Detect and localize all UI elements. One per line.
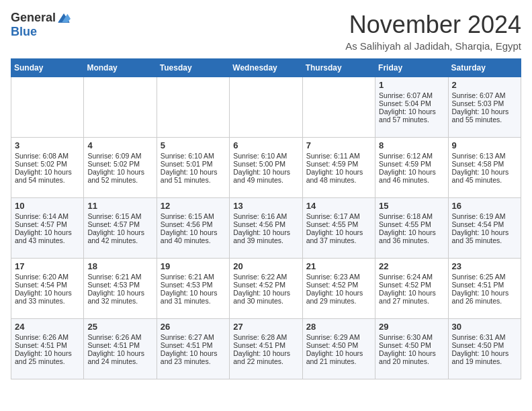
day-info: Sunset: 4:51 PM	[233, 341, 298, 349]
calendar-cell: 28Sunrise: 6:29 AMSunset: 4:50 PMDayligh…	[302, 319, 375, 379]
calendar-cell: 13Sunrise: 6:16 AMSunset: 4:56 PMDayligh…	[230, 198, 302, 259]
day-number: 29	[379, 322, 444, 332]
day-info: Sunrise: 6:13 AM	[452, 152, 517, 160]
day-info: Sunrise: 6:16 AM	[233, 212, 298, 220]
day-info: Sunrise: 6:22 AM	[233, 273, 298, 281]
day-number: 14	[306, 201, 371, 211]
day-info: Sunset: 4:56 PM	[161, 220, 226, 228]
day-info: Daylight: 10 hours and 46 minutes.	[379, 168, 444, 184]
calendar-cell: 1Sunrise: 6:07 AMSunset: 5:04 PMDaylight…	[375, 77, 448, 138]
day-number: 12	[161, 201, 226, 211]
calendar-cell: 22Sunrise: 6:24 AMSunset: 4:52 PMDayligh…	[375, 259, 448, 319]
day-info: Sunset: 4:51 PM	[15, 341, 80, 349]
day-info: Sunrise: 6:20 AM	[15, 273, 80, 281]
calendar-cell: 27Sunrise: 6:28 AMSunset: 4:51 PMDayligh…	[230, 319, 302, 379]
day-info: Daylight: 10 hours and 31 minutes.	[161, 289, 226, 305]
day-number: 8	[379, 140, 444, 150]
day-info: Sunrise: 6:07 AM	[379, 91, 444, 99]
day-number: 25	[87, 322, 152, 332]
calendar-cell	[230, 77, 302, 138]
day-number: 19	[161, 261, 226, 271]
calendar-body: 1Sunrise: 6:07 AMSunset: 5:04 PMDaylight…	[11, 77, 521, 379]
day-info: Daylight: 10 hours and 40 minutes.	[161, 228, 226, 244]
title-block: November 2024 As Salihiyah al Jadidah, S…	[345, 11, 521, 52]
day-info: Sunset: 4:56 PM	[233, 220, 298, 228]
day-info: Sunrise: 6:15 AM	[161, 212, 226, 220]
day-info: Sunrise: 6:07 AM	[452, 91, 517, 99]
day-number: 21	[306, 261, 371, 271]
day-number: 20	[233, 261, 298, 271]
calendar-cell: 5Sunrise: 6:10 AMSunset: 5:01 PMDaylight…	[157, 138, 229, 198]
day-number: 22	[379, 261, 444, 271]
day-info: Sunrise: 6:14 AM	[15, 212, 80, 220]
calendar-cell	[302, 77, 375, 138]
calendar-header-row: SundayMondayTuesdayWednesdayThursdayFrid…	[11, 59, 521, 77]
calendar-cell: 19Sunrise: 6:21 AMSunset: 4:53 PMDayligh…	[157, 259, 229, 319]
day-number: 30	[452, 322, 517, 332]
page-header: General Blue November 2024 As Salihiyah …	[11, 11, 521, 52]
day-info: Sunrise: 6:10 AM	[161, 152, 226, 160]
day-header: Saturday	[448, 59, 521, 77]
calendar-cell: 10Sunrise: 6:14 AMSunset: 4:57 PMDayligh…	[11, 198, 84, 259]
calendar-cell: 16Sunrise: 6:19 AMSunset: 4:54 PMDayligh…	[448, 198, 521, 259]
day-info: Daylight: 10 hours and 48 minutes.	[306, 168, 371, 184]
day-number: 15	[379, 201, 444, 211]
day-info: Sunrise: 6:15 AM	[87, 212, 152, 220]
day-info: Sunrise: 6:11 AM	[306, 152, 371, 160]
day-info: Sunset: 4:52 PM	[233, 281, 298, 289]
calendar-cell	[157, 77, 229, 138]
day-info: Sunrise: 6:29 AM	[306, 333, 371, 341]
day-number: 26	[161, 322, 226, 332]
day-number: 7	[306, 140, 371, 150]
day-header: Monday	[84, 59, 157, 77]
day-info: Sunrise: 6:17 AM	[306, 212, 371, 220]
day-number: 9	[452, 140, 517, 150]
day-header: Wednesday	[230, 59, 302, 77]
day-info: Sunset: 4:50 PM	[452, 341, 517, 349]
day-info: Sunrise: 6:12 AM	[379, 152, 444, 160]
calendar-cell	[11, 77, 84, 138]
location: As Salihiyah al Jadidah, Sharqia, Egypt	[345, 40, 521, 52]
day-number: 13	[233, 201, 298, 211]
calendar-cell: 15Sunrise: 6:18 AMSunset: 4:55 PMDayligh…	[375, 198, 448, 259]
day-number: 11	[87, 201, 152, 211]
day-info: Daylight: 10 hours and 21 minutes.	[306, 349, 371, 365]
day-info: Sunset: 4:51 PM	[161, 341, 226, 349]
day-info: Sunset: 4:52 PM	[379, 281, 444, 289]
calendar-cell: 30Sunrise: 6:31 AMSunset: 4:50 PMDayligh…	[448, 319, 521, 379]
day-number: 6	[233, 140, 298, 150]
day-info: Daylight: 10 hours and 19 minutes.	[452, 349, 517, 365]
day-info: Sunrise: 6:25 AM	[452, 273, 517, 281]
calendar-cell: 4Sunrise: 6:09 AMSunset: 5:02 PMDaylight…	[84, 138, 157, 198]
day-info: Daylight: 10 hours and 57 minutes.	[379, 107, 444, 124]
calendar-cell: 25Sunrise: 6:26 AMSunset: 4:51 PMDayligh…	[84, 319, 157, 379]
day-info: Sunset: 4:53 PM	[87, 281, 152, 289]
day-info: Sunset: 4:52 PM	[306, 281, 371, 289]
day-info: Sunset: 4:54 PM	[452, 220, 517, 228]
day-info: Daylight: 10 hours and 26 minutes.	[452, 289, 517, 305]
day-info: Sunset: 4:53 PM	[161, 281, 226, 289]
day-info: Sunrise: 6:10 AM	[233, 152, 298, 160]
day-number: 28	[306, 322, 371, 332]
logo-blue: Blue	[11, 25, 37, 39]
calendar-week-row: 3Sunrise: 6:08 AMSunset: 5:02 PMDaylight…	[11, 138, 521, 198]
day-info: Daylight: 10 hours and 55 minutes.	[452, 107, 517, 124]
calendar-cell: 8Sunrise: 6:12 AMSunset: 4:59 PMDaylight…	[375, 138, 448, 198]
day-info: Daylight: 10 hours and 20 minutes.	[379, 349, 444, 365]
day-info: Sunset: 4:51 PM	[87, 341, 152, 349]
day-info: Daylight: 10 hours and 33 minutes.	[15, 289, 80, 305]
day-info: Sunrise: 6:30 AM	[379, 333, 444, 341]
calendar-cell	[84, 77, 157, 138]
day-info: Sunrise: 6:26 AM	[87, 333, 152, 341]
day-info: Daylight: 10 hours and 32 minutes.	[87, 289, 152, 305]
day-info: Daylight: 10 hours and 27 minutes.	[379, 289, 444, 305]
day-info: Sunset: 4:59 PM	[306, 160, 371, 168]
calendar-cell: 12Sunrise: 6:15 AMSunset: 4:56 PMDayligh…	[157, 198, 229, 259]
logo-general: General	[11, 11, 56, 25]
day-info: Sunset: 4:55 PM	[379, 220, 444, 228]
day-info: Sunset: 4:51 PM	[452, 281, 517, 289]
day-header: Sunday	[11, 59, 84, 77]
day-info: Sunset: 5:01 PM	[161, 160, 226, 168]
day-info: Sunrise: 6:19 AM	[452, 212, 517, 220]
day-info: Sunset: 4:55 PM	[306, 220, 371, 228]
